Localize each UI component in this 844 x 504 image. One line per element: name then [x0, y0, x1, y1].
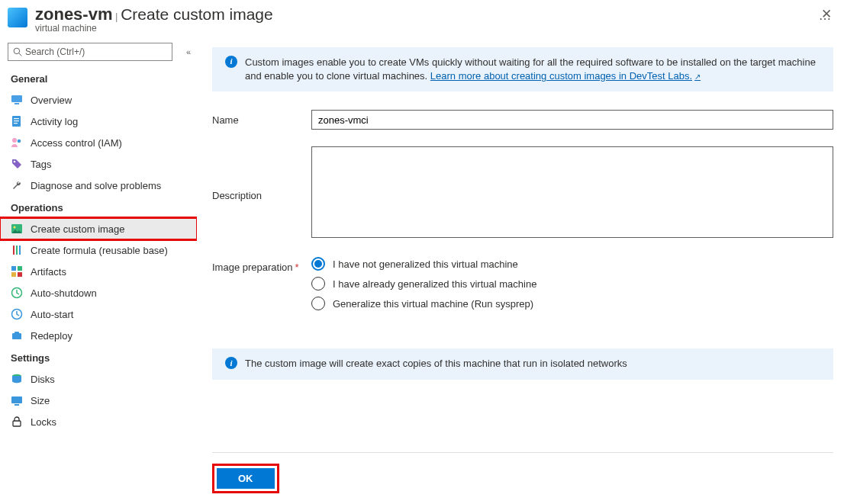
- lock-icon: [11, 416, 23, 428]
- monitor-icon: [11, 94, 23, 106]
- nav-group-operations: Operations: [0, 196, 197, 218]
- svg-point-0: [14, 48, 20, 54]
- svg-rect-15: [19, 246, 21, 255]
- name-input[interactable]: [311, 110, 833, 130]
- description-label: Description: [212, 185, 311, 201]
- grid-icon: [11, 265, 23, 278]
- image-icon: [11, 223, 23, 235]
- svg-line-1: [19, 53, 21, 56]
- search-icon: [13, 47, 22, 56]
- svg-rect-6: [14, 120, 19, 121]
- blade-header: zones-vm | Create custom image virtual m…: [0, 0, 844, 40]
- nav-group-general: General: [0, 67, 197, 89]
- sidebar-item-auto-start[interactable]: Auto-start: [0, 303, 197, 325]
- sidebar-item-create-formula[interactable]: Create formula (reusable base): [0, 239, 197, 261]
- svg-rect-18: [11, 272, 16, 277]
- radio-already-generalized[interactable]: I have already generalized this virtual …: [311, 277, 833, 291]
- main-content: i Custom images enable you to create VMs…: [197, 40, 844, 504]
- nav-group-settings: Settings: [0, 346, 197, 368]
- log-icon: [11, 115, 23, 127]
- svg-rect-26: [14, 404, 19, 406]
- blade-footer: OK: [212, 452, 833, 504]
- wrench-icon: [11, 179, 23, 191]
- radio-icon: [311, 277, 325, 291]
- svg-point-9: [18, 140, 21, 143]
- page-title: Create custom image: [121, 5, 273, 23]
- sidebar-item-redeploy[interactable]: Redeploy: [0, 325, 197, 346]
- sidebar-item-iam[interactable]: Access control (IAM): [0, 132, 197, 153]
- svg-rect-5: [14, 118, 19, 119]
- sidebar-item-activity-log[interactable]: Activity log: [0, 111, 197, 132]
- svg-rect-2: [11, 95, 22, 102]
- svg-rect-16: [11, 266, 16, 271]
- vm-resource-icon: [8, 8, 27, 27]
- name-label: Name: [212, 110, 311, 126]
- svg-rect-23: [14, 332, 19, 334]
- clock-icon: [11, 287, 23, 299]
- sidebar-item-locks[interactable]: Locks: [0, 411, 197, 432]
- svg-rect-27: [13, 421, 21, 426]
- sidebar-item-tags[interactable]: Tags: [0, 153, 197, 175]
- resource-name: zones-vm: [35, 5, 112, 24]
- svg-point-10: [14, 161, 16, 163]
- collapse-sidebar-button[interactable]: «: [186, 47, 191, 56]
- sidebar-item-auto-shutdown[interactable]: Auto-shutdown: [0, 282, 197, 303]
- sidebar-item-create-custom-image[interactable]: Create custom image: [0, 218, 197, 239]
- radio-generalize-now[interactable]: Generalize this virtual machine (Run sys…: [311, 297, 833, 310]
- sidebar-item-size[interactable]: Size: [0, 390, 197, 411]
- image-preparation-label: Image preparation*: [212, 257, 311, 273]
- svg-rect-7: [14, 123, 18, 124]
- resource-type-subtitle: virtual machine: [35, 23, 804, 34]
- svg-point-8: [12, 138, 17, 143]
- sidebar-item-overview[interactable]: Overview: [0, 89, 197, 111]
- svg-rect-22: [12, 333, 21, 339]
- info-banner-note: i The custom image will create exact cop…: [212, 348, 833, 379]
- sidebar-item-artifacts[interactable]: Artifacts: [0, 261, 197, 282]
- svg-rect-3: [14, 103, 19, 104]
- radio-not-generalized[interactable]: I have not generalized this virtual mach…: [311, 257, 833, 271]
- svg-rect-25: [11, 396, 22, 403]
- sidebar-item-disks[interactable]: Disks: [0, 368, 197, 390]
- briefcase-icon: [11, 329, 23, 342]
- svg-rect-19: [18, 272, 22, 277]
- radio-icon: [311, 257, 325, 271]
- info-icon: i: [225, 357, 237, 369]
- size-icon: [11, 394, 23, 406]
- svg-point-12: [14, 226, 16, 229]
- external-link-icon: ↗: [694, 72, 701, 81]
- svg-rect-13: [13, 246, 14, 255]
- description-textarea[interactable]: [311, 146, 833, 238]
- sidebar-search-input[interactable]: Search (Ctrl+/): [8, 43, 172, 61]
- info-banner-intro: i Custom images enable you to create VMs…: [212, 47, 833, 91]
- sidebar-item-diagnose[interactable]: Diagnose and solve problems: [0, 175, 197, 196]
- info-icon: i: [225, 56, 237, 68]
- clock-on-icon: [11, 308, 23, 320]
- close-blade-button[interactable]: ✕: [821, 6, 832, 22]
- learn-more-link[interactable]: Learn more about creating custom images …: [430, 70, 701, 82]
- radio-icon: [311, 297, 325, 310]
- tag-icon: [11, 158, 23, 170]
- svg-rect-17: [18, 266, 22, 271]
- ok-button[interactable]: OK: [217, 468, 275, 489]
- sidebar-nav: Search (Ctrl+/) « General Overview Activ…: [0, 40, 197, 504]
- svg-rect-14: [16, 246, 18, 255]
- people-icon: [11, 136, 23, 149]
- flask-icon: [11, 244, 23, 256]
- disks-icon: [11, 373, 23, 385]
